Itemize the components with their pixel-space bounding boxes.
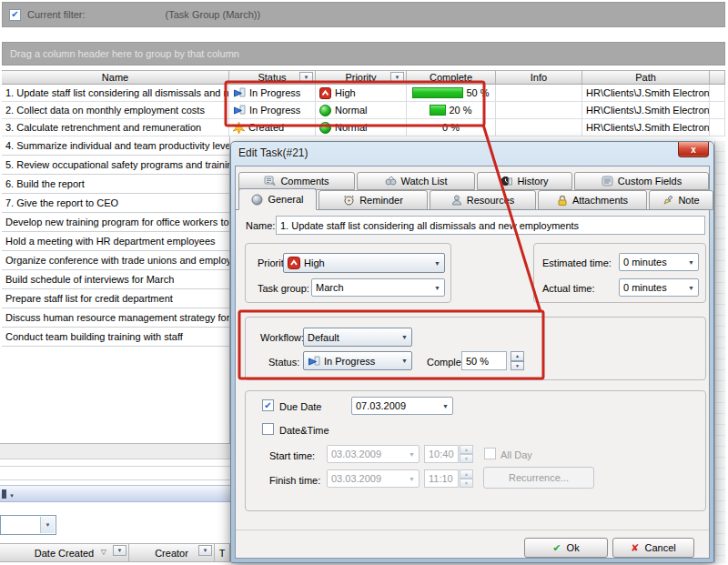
column-header-info[interactable]: Info	[496, 71, 582, 84]
due-date-checkbox[interactable]	[262, 399, 274, 411]
ok-button[interactable]: ✔ Ok	[524, 538, 608, 558]
progress-bar	[412, 87, 463, 98]
task-group-select[interactable]: March ▼	[311, 278, 445, 297]
cell-name[interactable]: 2. Collect data on monthly employment co…	[2, 102, 229, 118]
tab-reminder[interactable]: Reminder	[318, 190, 428, 210]
all-day-checkbox[interactable]	[484, 448, 496, 459]
chevron-down-icon: ▼	[688, 285, 694, 291]
cell-status[interactable]: In Progress	[229, 85, 316, 101]
cell-priority[interactable]: Normal	[316, 119, 407, 136]
table-row[interactable]: 2. Collect data on monthly employment co…	[2, 102, 725, 119]
tab-resources[interactable]: Resources	[430, 190, 536, 210]
tab-comments[interactable]: Comments	[238, 172, 355, 190]
cell-status[interactable]: Created	[229, 119, 316, 136]
finish-time-input[interactable]: 11:10	[424, 469, 459, 488]
complete-spinner[interactable]: ▲ ▼	[511, 351, 524, 370]
list-item[interactable]: 5. Review occupational safety programs a…	[2, 156, 229, 175]
column-header-creator[interactable]: Creator	[129, 544, 215, 561]
list-item[interactable]: Organize conference with trade unions an…	[2, 251, 229, 270]
toolbar-overflow-icon[interactable]: ▼	[9, 493, 15, 499]
in-progress-icon	[233, 105, 246, 116]
edit-task-dialog: Edit Task(#21) x Comments Watch List	[230, 141, 714, 563]
list-item[interactable]: Conduct team building training with staf…	[2, 328, 229, 347]
priority-select[interactable]: High ▼	[283, 253, 445, 273]
date-time-checkbox[interactable]	[262, 423, 274, 435]
actual-time-select[interactable]: 0 minutes ▼	[619, 278, 699, 297]
complete-spin-input[interactable]: 50 %	[461, 351, 507, 370]
cell-info[interactable]	[496, 119, 582, 136]
column-header-date-created[interactable]: Date Created ▽	[0, 544, 129, 561]
splitter-line[interactable]	[0, 479, 230, 480]
start-time-spinner[interactable]: ▲ ▼	[460, 445, 473, 463]
list-item[interactable]: Prepare staff list for credit department	[2, 289, 229, 308]
cell-name[interactable]: 3. Calculate retrenchment and remunerati…	[2, 119, 229, 136]
custom-fields-icon	[602, 176, 613, 187]
splitter-line[interactable]	[0, 466, 230, 467]
bottom-filter-combobox[interactable]	[0, 515, 56, 535]
tab-watch-list[interactable]: Watch List	[357, 172, 475, 190]
spin-down-icon[interactable]: ▼	[460, 454, 473, 463]
spin-down-icon[interactable]: ▼	[511, 361, 524, 371]
recurrence-button[interactable]: Recurrence...	[483, 467, 594, 489]
start-date-select[interactable]: 03.03.2009 ▼	[327, 445, 420, 463]
estimated-time-select[interactable]: 0 minutes ▼	[619, 253, 699, 271]
group-by-band[interactable]: Drag a column header here to group by th…	[2, 42, 725, 66]
cell-complete[interactable]: 50 %	[407, 85, 496, 101]
cell-info[interactable]	[496, 102, 582, 118]
status-select[interactable]: In Progress ▼	[303, 351, 412, 370]
list-item[interactable]: Build schedule of interviews for March	[2, 270, 229, 289]
table-row[interactable]: 1. Update staff list considering all dis…	[2, 85, 725, 102]
due-date-select[interactable]: 07.03.2009 ▼	[351, 397, 453, 415]
cell-priority[interactable]: Normal	[316, 102, 407, 118]
cancel-button[interactable]: ✘ Cancel	[612, 538, 694, 558]
close-button[interactable]: x	[678, 142, 709, 157]
spin-down-icon[interactable]: ▼	[460, 479, 473, 488]
cell-complete[interactable]: 20 %	[407, 102, 496, 118]
chevron-down-icon: ▼	[409, 451, 415, 458]
column-header-truncated[interactable]: T	[215, 544, 230, 561]
list-item[interactable]: 7. Give the report to CEO	[2, 194, 229, 213]
cell-priority[interactable]: High	[316, 85, 407, 101]
toolbar-button-icon[interactable]	[2, 489, 6, 499]
tab-attachments[interactable]: Attachments	[538, 190, 647, 210]
column-header-status[interactable]: Status	[229, 71, 316, 84]
tab-general[interactable]: General	[238, 188, 317, 210]
column-header-complete[interactable]: Complete	[407, 71, 496, 84]
date-created-filter-dropdown-icon[interactable]	[113, 545, 126, 556]
spin-up-icon[interactable]: ▲	[460, 445, 473, 454]
list-item[interactable]: 6. Build the report	[2, 175, 229, 194]
column-header-path[interactable]: Path	[582, 71, 710, 84]
tab-note[interactable]: Note	[649, 190, 713, 210]
column-header-name[interactable]: Name	[2, 71, 229, 84]
column-header-priority[interactable]: Priority	[316, 71, 407, 84]
cell-path[interactable]: HR\Clients\J.Smith Electronics,	[582, 85, 710, 101]
finish-time-spinner[interactable]: ▲ ▼	[460, 469, 473, 488]
name-input[interactable]: 1. Update staff list considering all dis…	[276, 216, 705, 235]
start-time-input[interactable]: 10:40	[424, 445, 459, 463]
cell-name[interactable]: 1. Update staff list considering all dis…	[2, 85, 229, 101]
finish-date-select[interactable]: 03.03.2009 ▼	[327, 469, 420, 488]
cell-path[interactable]: HR\Clients\J.Smith Electronics,	[582, 119, 710, 136]
spin-up-icon[interactable]: ▲	[460, 469, 473, 479]
list-item[interactable]: Develop new training program for office …	[2, 213, 229, 232]
cell-path[interactable]: HR\Clients\J.Smith Electronics,	[582, 102, 710, 118]
tab-history[interactable]: History	[477, 172, 572, 190]
cell-complete[interactable]: 0 %	[407, 119, 496, 136]
workflow-select[interactable]: Default ▼	[303, 328, 412, 347]
table-row[interactable]: 3. Calculate retrenchment and remunerati…	[2, 119, 725, 136]
current-filter-checkbox[interactable]	[9, 9, 21, 21]
status-filter-dropdown-icon[interactable]	[299, 72, 313, 83]
priority-filter-dropdown-icon[interactable]	[390, 72, 404, 83]
chevron-down-icon: ▼	[401, 334, 408, 340]
cell-status[interactable]: In Progress	[229, 102, 316, 118]
list-item[interactable]: Hold a meeting with HR department employ…	[2, 232, 229, 251]
cell-info[interactable]	[496, 85, 582, 101]
chevron-down-icon: ▼	[409, 476, 415, 482]
list-item[interactable]: Discuss human resource management strate…	[2, 308, 229, 328]
creator-filter-dropdown-icon[interactable]	[198, 545, 212, 556]
tab-custom-fields[interactable]: Custom Fields	[574, 172, 709, 190]
chevron-down-icon[interactable]	[40, 517, 55, 533]
list-item[interactable]: 4. Summarize individual and team product…	[2, 136, 229, 156]
app-window: Current filter: (Task Group (March)) Dra…	[0, 0, 728, 565]
spin-up-icon[interactable]: ▲	[511, 351, 524, 361]
